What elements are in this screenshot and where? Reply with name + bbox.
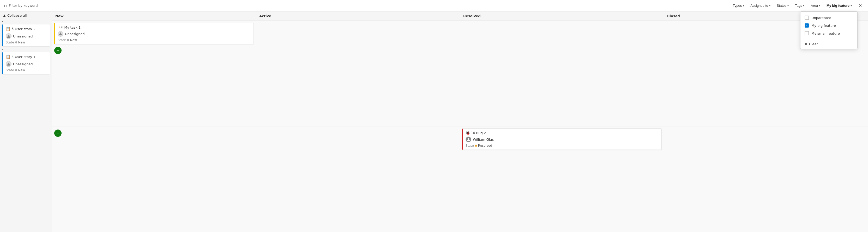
task-6-state-dot (67, 39, 69, 41)
story-icon-2: 📋 (6, 27, 11, 31)
states-chevron-icon: ▾ (787, 4, 789, 7)
task-card-6[interactable]: ⚡ 6 My task 1 Unassigned State New (54, 23, 254, 44)
story-item-1[interactable]: 📋 4 User story 1 Unassigned State New (2, 52, 50, 74)
story-row-1: ▾ 📋 4 User story 1 Unassigned State New (0, 47, 52, 74)
task-10-assignee: William Glas (473, 138, 494, 142)
types-filter-button[interactable]: Types ▾ (730, 3, 747, 9)
main-content: ▲ Collapse all ▾ 📋 5 User story 2 Unassi… (0, 11, 868, 232)
board-wrapper: New Active Resolved Closed ⚡ 6 My task 1 (52, 11, 868, 232)
dropdown-item-my-small-feature[interactable]: My small feature (801, 29, 857, 37)
area-label: Area (811, 4, 818, 7)
story-item-2[interactable]: 📋 5 User story 2 Unassigned State New (2, 25, 50, 46)
task-10-state-dot (475, 145, 477, 147)
story-1-collapse-btn[interactable]: ▾ (0, 47, 52, 51)
board-grid-story-1: + + 🐞 10 Bug 2 (52, 126, 868, 232)
task-6-assignee-row: Unassigned (58, 31, 251, 37)
task-10-assignee-row: William Glas (466, 137, 659, 142)
board-grid-story-2: ⚡ 6 My task 1 Unassigned State New (52, 21, 868, 126)
cell-story2-active: + (256, 21, 460, 126)
cell-story1-active: + (256, 126, 460, 232)
cell-story1-new: + (52, 126, 256, 232)
task-10-state-row: State Resolved (466, 144, 659, 148)
story-2-state-row: State New (6, 41, 47, 44)
types-label: Types (733, 4, 742, 7)
cell-story1-resolved: 🐞 10 Bug 2 William Glas State Resolved (460, 126, 664, 232)
story-1-state-row: State New (6, 68, 47, 72)
add-task-story1-new[interactable]: + (54, 129, 62, 137)
feature-chevron-icon: ▾ (850, 4, 852, 7)
dropdown-item-my-big-feature[interactable]: ✓ My big feature (801, 22, 857, 29)
cell-story2-resolved (460, 21, 664, 126)
filter-right: Types ▾ Assigned to ▾ States ▾ Tags ▾ Ar… (730, 2, 864, 9)
assigned-to-filter-button[interactable]: Assigned to ▾ (748, 3, 773, 9)
story-2-avatar (6, 33, 11, 39)
close-filter-button[interactable]: ✕ (857, 2, 864, 9)
story-1-state: New (18, 68, 25, 72)
task-10-state: Resolved (478, 144, 492, 148)
tags-label: Tags (795, 4, 802, 7)
dropdown-item-unparented[interactable]: Unparented (801, 14, 857, 22)
feature-dropdown: Unparented ✓ My big feature My small fea… (800, 11, 858, 49)
checkbox-my-small-feature[interactable] (805, 31, 809, 35)
filter-keyword-area: ⊟ Filter by keyword (4, 4, 730, 8)
add-task-story2-new[interactable]: + (54, 47, 62, 54)
cell-story2-new: ⚡ 6 My task 1 Unassigned State New (52, 21, 256, 126)
collapse-all-label: Collapse all (7, 13, 27, 17)
task-6-id: 6 (61, 26, 63, 29)
task-card-10[interactable]: 🐞 10 Bug 2 William Glas State Resolved (462, 128, 662, 150)
story-2-collapse-btn[interactable]: ▾ (0, 20, 52, 24)
area-chevron-icon: ▾ (819, 4, 820, 7)
option-unparented-label: Unparented (811, 16, 832, 20)
tags-chevron-icon: ▾ (803, 4, 804, 7)
story-1-state-dot (15, 69, 17, 71)
task-10-id: 10 (471, 131, 475, 135)
task-6-avatar (58, 31, 63, 37)
story-1-assignee-row: Unassigned (6, 61, 47, 67)
clear-icon: ✕ (805, 42, 807, 46)
story-1-header: 📋 4 User story 1 (6, 54, 47, 59)
sidebar: ▲ Collapse all ▾ 📋 5 User story 2 Unassi… (0, 11, 52, 232)
story-1-assignee: Unassigned (13, 62, 33, 66)
collapse-all-button[interactable]: ▲ Collapse all (0, 11, 52, 20)
story-2-id: 5 (12, 27, 14, 31)
assigned-to-label: Assigned to (750, 4, 768, 7)
checkbox-unparented[interactable] (805, 15, 809, 20)
task-10-state-label: State (466, 144, 474, 148)
filter-bar: ⊟ Filter by keyword Types ▾ Assigned to … (0, 0, 868, 11)
filter-icon: ⊟ (4, 4, 7, 8)
filter-keyword-label: Filter by keyword (9, 4, 38, 7)
option-my-small-feature-label: My small feature (811, 32, 840, 35)
clear-button[interactable]: ✕ Clear (801, 41, 857, 48)
states-filter-button[interactable]: States ▾ (774, 3, 791, 9)
story-2-assignee: Unassigned (13, 34, 33, 38)
states-label: States (777, 4, 786, 7)
story-icon-1: 📋 (6, 54, 11, 59)
option-my-big-feature-label: My big feature (811, 24, 836, 28)
checkbox-my-big-feature[interactable]: ✓ (805, 24, 809, 28)
task-6-header: ⚡ 6 My task 1 (58, 25, 251, 29)
story-1-state-label: State (6, 68, 14, 72)
story-1-avatar (6, 61, 11, 67)
types-chevron-icon: ▾ (743, 4, 744, 7)
task-6-title: My task 1 (64, 26, 81, 29)
cell-story1-closed (664, 126, 868, 232)
story-2-state-dot (15, 41, 17, 43)
feature-filter-button[interactable]: My big feature ▾ (824, 3, 855, 9)
task-6-state: New (70, 38, 77, 42)
area-filter-button[interactable]: Area ▾ (808, 3, 823, 9)
task-icon-6: ⚡ (58, 25, 60, 29)
task-10-title: Bug 2 (476, 131, 486, 135)
task-6-state-label: State (58, 38, 66, 42)
clear-label: Clear (809, 42, 818, 46)
col-header-resolved: Resolved (460, 11, 664, 21)
story-2-title: User story 2 (15, 27, 35, 31)
task-10-header: 🐞 10 Bug 2 (466, 131, 659, 135)
feature-label: My big feature (827, 4, 849, 7)
story-2-state: New (18, 41, 25, 44)
collapse-all-icon: ▲ (3, 13, 6, 17)
column-headers: New Active Resolved Closed (52, 11, 868, 21)
dropdown-divider (801, 39, 857, 39)
tags-filter-button[interactable]: Tags ▾ (793, 3, 807, 9)
story-1-title: User story 1 (15, 55, 35, 59)
col-header-new: New (52, 11, 256, 21)
